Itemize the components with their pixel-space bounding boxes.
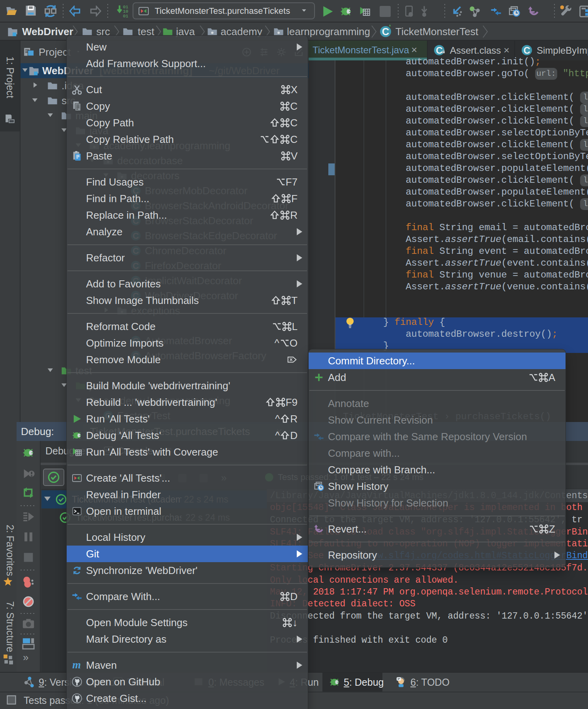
svg-text:01: 01	[123, 5, 128, 9]
svg-text:01: 01	[123, 14, 128, 18]
svg-text:10: 10	[123, 9, 128, 14]
